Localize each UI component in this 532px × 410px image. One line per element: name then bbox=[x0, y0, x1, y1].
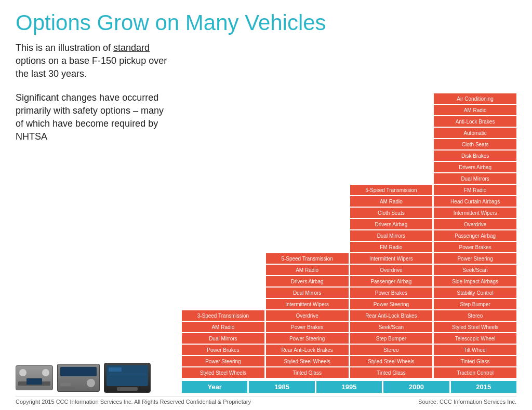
item-box: Styled Steel Wheels bbox=[266, 356, 349, 366]
item-box: Power Brakes bbox=[266, 322, 349, 332]
year-label-1985: 1985 bbox=[249, 381, 314, 393]
year-column-1995: 5-Speed TransmissionAM RadioDrivers Airb… bbox=[266, 253, 349, 379]
item-box: Tinted Glass bbox=[350, 367, 433, 378]
item-box: Intermittent Wipers bbox=[434, 208, 516, 218]
year-column-2015: Air ConditioningAM RadioAnti-Lock Brakes… bbox=[434, 93, 516, 379]
item-box: 3-Speed Transmission bbox=[182, 310, 264, 321]
item-box: AM Radio bbox=[350, 196, 433, 207]
item-box: AM Radio bbox=[434, 105, 516, 115]
item-box: Styled Steel Wheels bbox=[350, 356, 433, 366]
main-content: This is an illustration of standard opti… bbox=[16, 42, 516, 393]
left-panel: This is an illustration of standard opti… bbox=[16, 42, 177, 393]
item-box: Dual Mirrors bbox=[434, 173, 516, 184]
item-box: Dual Mirrors bbox=[266, 288, 349, 298]
item-box: Traction Control bbox=[434, 367, 516, 378]
item-box: Tilt Wheel bbox=[434, 345, 516, 355]
footer: Copyright 2015 CCC Information Services … bbox=[16, 396, 516, 405]
item-box: Intermittent Wipers bbox=[350, 253, 433, 264]
item-box: Stability Control bbox=[434, 288, 516, 298]
item-box: Drivers Airbag bbox=[266, 276, 349, 286]
footer-left: Copyright 2015 CCC Information Services … bbox=[16, 399, 251, 405]
item-box: Disk Brakes bbox=[434, 151, 516, 161]
radio-image-2 bbox=[57, 364, 100, 392]
year-column-2000: 5-Speed TransmissionAM RadioCloth SeatsD… bbox=[350, 185, 433, 379]
item-box: Power Steering bbox=[182, 356, 264, 366]
safety-text: Significant changes have occurred primar… bbox=[16, 91, 171, 144]
item-box: Tinted Glass bbox=[434, 356, 516, 366]
item-box: Air Conditioning bbox=[434, 93, 516, 104]
item-box: Styled Steel Wheels bbox=[434, 322, 516, 332]
item-box: Power Brakes bbox=[434, 242, 516, 252]
item-box: Power Steering bbox=[350, 299, 433, 309]
item-box: FM Radio bbox=[434, 185, 516, 195]
item-box: Step Bumper bbox=[350, 333, 433, 344]
item-box: Styled Steel Wheels bbox=[182, 367, 264, 378]
item-box: Rear Anti-Lock Brakes bbox=[350, 310, 433, 321]
item-box: Tinted Glass bbox=[266, 367, 349, 378]
year-label-2015: 2015 bbox=[451, 381, 516, 393]
item-box: Cloth Seats bbox=[350, 208, 433, 218]
radio-image-3 bbox=[104, 363, 151, 393]
year-labels-row: Year1985199520002015 bbox=[182, 381, 516, 393]
item-box: Automatic bbox=[434, 128, 516, 138]
item-box: 5-Speed Transmission bbox=[266, 253, 349, 264]
item-box: FM Radio bbox=[350, 242, 433, 252]
item-box: Head Curtain Airbags bbox=[434, 196, 516, 207]
item-box: Stereo bbox=[434, 310, 516, 321]
page: Options Grow on Many Vehicles This is an… bbox=[0, 0, 532, 410]
footer-right: Source: CCC Information Services Inc. bbox=[418, 399, 516, 405]
item-box: Rear Anti-Lock Brakes bbox=[266, 345, 349, 355]
item-box: Power Brakes bbox=[182, 345, 264, 355]
item-box: Overdrive bbox=[434, 219, 516, 229]
item-box: Power Steering bbox=[266, 333, 349, 344]
item-box: Cloth Seats bbox=[434, 139, 516, 149]
item-box: Power Brakes bbox=[350, 288, 433, 298]
item-box: Overdrive bbox=[266, 310, 349, 321]
item-box: Overdrive bbox=[350, 265, 433, 275]
item-box: Intermittent Wipers bbox=[266, 299, 349, 309]
item-box: AM Radio bbox=[266, 265, 349, 275]
year-label-text: Year bbox=[182, 381, 247, 393]
page-title: Options Grow on Many Vehicles bbox=[16, 10, 516, 35]
item-box: Dual Mirrors bbox=[182, 333, 264, 344]
item-box: Anti-Lock Brakes bbox=[434, 116, 516, 127]
item-box: Drivers Airbag bbox=[434, 162, 516, 172]
item-box: Drivers Airbag bbox=[350, 219, 433, 229]
item-box: 5-Speed Transmission bbox=[350, 185, 433, 195]
item-box: Passenger Airbag bbox=[434, 230, 516, 241]
item-box: Telescopic Wheel bbox=[434, 333, 516, 344]
year-label-1995: 1995 bbox=[316, 381, 382, 393]
year-column-1985: 3-Speed TransmissionAM RadioDual Mirrors… bbox=[182, 310, 264, 379]
item-box: AM Radio bbox=[182, 322, 264, 332]
chart-area: 3-Speed TransmissionAM RadioDual Mirrors… bbox=[182, 42, 516, 393]
radio-image-1 bbox=[16, 365, 53, 390]
year-label-2000: 2000 bbox=[383, 381, 449, 393]
item-box: Side Impact Airbags bbox=[434, 276, 516, 286]
item-box: Power Steering bbox=[434, 253, 516, 264]
item-box: Stereo bbox=[350, 345, 433, 355]
item-box: Seek/Scan bbox=[350, 322, 433, 332]
bars-container: 3-Speed TransmissionAM RadioDual Mirrors… bbox=[182, 42, 516, 379]
item-box: Seek/Scan bbox=[434, 265, 516, 275]
item-box: Dual Mirrors bbox=[350, 230, 433, 241]
item-box: Step Bumper bbox=[434, 299, 516, 309]
description-text: This is an illustration of standard opti… bbox=[16, 42, 171, 81]
images-row bbox=[16, 363, 171, 393]
item-box: Passenger Airbag bbox=[350, 276, 433, 286]
